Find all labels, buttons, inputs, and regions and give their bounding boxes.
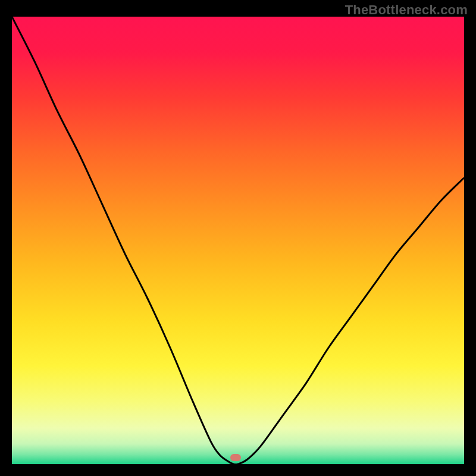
plot-area (12, 17, 464, 464)
optimal-marker (230, 454, 241, 461)
bottleneck-curve (12, 17, 464, 464)
watermark-text: TheBottleneck.com (345, 2, 468, 18)
chart-container: TheBottleneck.com (0, 0, 476, 476)
